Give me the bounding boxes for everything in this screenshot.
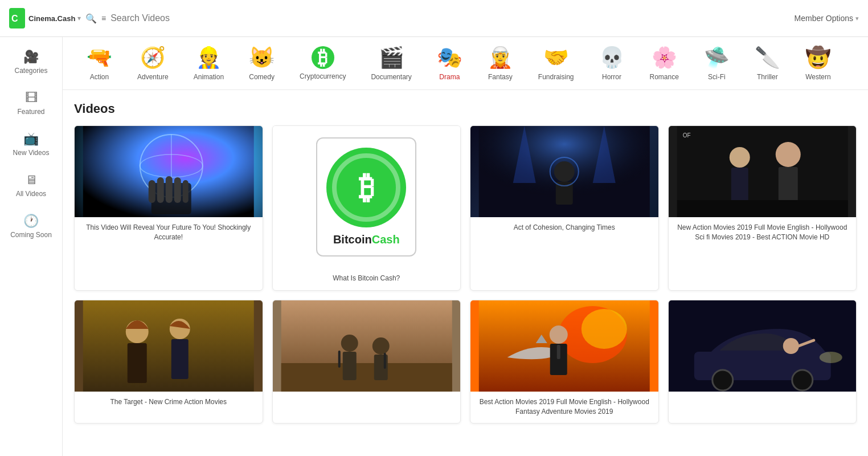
caption-car — [669, 392, 857, 404]
videos-grid: This Video Will Reveal Your Future To Yo… — [74, 125, 857, 424]
documentary-icon: 🎬 — [379, 46, 404, 70]
caption-shark: Best Action Movies 2019 Full Movie Engli… — [470, 392, 658, 424]
thriller-label: Thriller — [757, 73, 778, 81]
svg-point-33 — [341, 335, 358, 352]
svg-rect-7 — [149, 180, 155, 203]
svg-rect-11 — [183, 180, 189, 203]
video-card-car[interactable] — [668, 300, 857, 424]
thumb-cohesion — [470, 126, 658, 217]
thumb-women-action — [75, 300, 263, 392]
svg-rect-37 — [338, 351, 340, 368]
caption-bitcoin: What Is Bitcoin Cash? — [273, 268, 461, 290]
svg-point-47 — [712, 370, 732, 390]
thumb-shark — [470, 300, 658, 392]
video-card-desert[interactable] — [272, 300, 461, 424]
svg-point-42 — [550, 325, 568, 344]
sidebar-label-all-videos: All Videos — [16, 190, 46, 198]
svg-rect-23 — [778, 167, 797, 204]
svg-point-51 — [819, 352, 842, 363]
horror-label: Horror — [602, 73, 621, 81]
category-adventure[interactable]: 🧭 Adventure — [125, 46, 181, 81]
svg-rect-44 — [557, 345, 560, 359]
svg-rect-34 — [342, 352, 356, 380]
svg-point-35 — [372, 337, 389, 355]
sidebar-label-categories: Categories — [14, 67, 47, 75]
member-options[interactable]: Member Options ▾ — [795, 14, 859, 23]
sidebar-label-featured: Featured — [17, 108, 44, 116]
video-card-cohesion[interactable]: Act of Cohesion, Changing Times — [470, 125, 659, 291]
videos-title: Videos — [74, 101, 857, 116]
svg-rect-21 — [731, 168, 748, 202]
scifi-label: Sci-Fi — [708, 73, 726, 81]
video-card-shark[interactable]: Best Action Movies 2019 Full Movie Engli… — [470, 300, 659, 424]
action-icon: 🔫 — [87, 46, 112, 70]
svg-rect-32 — [281, 363, 452, 392]
svg-point-48 — [792, 370, 812, 390]
categories-bar: 🔫 Action 🧭 Adventure 👷 Animation 😺 Comed… — [63, 37, 868, 90]
video-card-bitcoin[interactable]: ₿ BitcoinCash What Is Bitcoin Cash? — [272, 125, 461, 291]
category-documentary[interactable]: 🎬 Documentary — [358, 46, 424, 81]
sidebar-item-categories[interactable]: 🎥 Categories — [0, 43, 62, 82]
animation-icon: 👷 — [196, 46, 222, 70]
caption-women-action: The Target - New Crime Action Movies — [75, 392, 263, 414]
drama-label: Drama — [439, 73, 460, 81]
adventure-icon: 🧭 — [140, 46, 166, 70]
scifi-icon: 🛸 — [704, 46, 730, 70]
sidebar-item-coming-soon[interactable]: 🕐 Coming Soon — [0, 207, 62, 246]
western-icon: 🤠 — [805, 46, 831, 70]
western-label: Western — [805, 73, 830, 81]
category-action[interactable]: 🔫 Action — [74, 46, 125, 81]
video-card-action2019[interactable]: OF New Action Movies 2019 Full Movie Eng… — [668, 125, 857, 291]
category-thriller[interactable]: 🔪 Thriller — [742, 46, 793, 81]
sidebar-label-new-videos: New Videos — [13, 149, 50, 157]
search-list-icon[interactable]: ≡ — [101, 14, 106, 23]
content-area: 🔫 Action 🧭 Adventure 👷 Animation 😺 Comed… — [63, 37, 868, 456]
logo-text: Cinema.Cash — [28, 14, 75, 23]
member-options-chevron-icon: ▾ — [855, 15, 859, 22]
search-icon[interactable]: 🔍 — [85, 13, 97, 24]
action-label: Action — [90, 73, 109, 81]
search-input[interactable] — [110, 13, 224, 23]
cryptocurrency-icon: ₿ — [312, 46, 334, 69]
logo-area[interactable]: C Cinema.Cash — [9, 8, 72, 28]
sidebar: 🎥 Categories 🎞 Featured 📺 New Videos 🖥 A… — [0, 37, 63, 456]
category-scifi[interactable]: 🛸 Sci-Fi — [691, 46, 742, 81]
search-chevron-icon[interactable]: ▾ — [77, 14, 81, 22]
featured-icon: 🎞 — [25, 91, 38, 105]
coming-soon-icon: 🕐 — [23, 214, 39, 229]
svg-point-20 — [729, 147, 750, 168]
caption-action2019: New Action Movies 2019 Full Movie Englis… — [669, 217, 857, 249]
svg-rect-28 — [128, 343, 147, 383]
category-drama[interactable]: 🎭 Drama — [424, 46, 475, 81]
category-western[interactable]: 🤠 Western — [793, 46, 844, 81]
category-fundraising[interactable]: 🤝 Fundraising — [526, 46, 587, 81]
svg-text:C: C — [11, 14, 18, 23]
video-card-future[interactable]: This Video Will Reveal Your Future To Yo… — [74, 125, 263, 291]
thumb-future — [75, 126, 263, 217]
sidebar-item-featured[interactable]: 🎞 Featured — [0, 84, 62, 123]
horror-icon: 💀 — [599, 46, 625, 70]
sidebar-item-all-videos[interactable]: 🖥 All Videos — [0, 166, 62, 205]
category-fantasy[interactable]: 🧝 Fantasy — [475, 46, 526, 81]
comedy-label: Comedy — [249, 73, 275, 81]
category-animation[interactable]: 👷 Animation — [181, 46, 236, 81]
svg-rect-24 — [677, 200, 847, 217]
fundraising-label: Fundraising — [538, 73, 574, 81]
category-comedy[interactable]: 😺 Comedy — [236, 46, 287, 81]
sidebar-item-new-videos[interactable]: 📺 New Videos — [0, 125, 62, 164]
svg-rect-30 — [171, 339, 189, 379]
documentary-label: Documentary — [371, 73, 411, 81]
category-romance[interactable]: 🌸 Romance — [637, 46, 691, 81]
category-horror[interactable]: 💀 Horror — [587, 46, 637, 81]
thumb-desert — [273, 300, 461, 392]
video-card-women-action[interactable]: The Target - New Crime Action Movies — [74, 300, 263, 424]
svg-text:OF: OF — [682, 132, 690, 139]
new-videos-icon: 📺 — [23, 132, 39, 146]
fundraising-icon: 🤝 — [543, 46, 569, 70]
romance-label: Romance — [650, 73, 679, 81]
member-options-label: Member Options — [795, 14, 853, 23]
thumb-car — [669, 300, 857, 392]
svg-point-16 — [554, 161, 575, 182]
category-cryptocurrency[interactable]: ₿ Cryptocurrency — [287, 46, 358, 80]
thriller-icon: 🔪 — [755, 46, 780, 70]
